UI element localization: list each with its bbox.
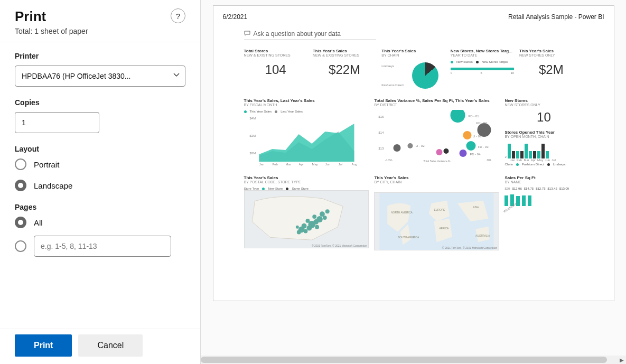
bubble-chart-svg: $15 $14 $13 FD - 01 FD - 02 LI - 03 FD -… xyxy=(374,110,499,163)
chat-icon xyxy=(244,30,250,38)
help-icon: ? xyxy=(176,12,180,21)
tile-title: Sales Per Sq Ft xyxy=(504,175,583,180)
svg-text:FD - 04: FD - 04 xyxy=(470,153,481,156)
cancel-button[interactable]: Cancel xyxy=(78,334,143,357)
svg-text:EUROPE: EUROPE xyxy=(434,209,445,211)
print-options-scroll[interactable]: Printer HPDBAA76 (HP OfficeJet 3830... C… xyxy=(0,42,200,329)
svg-point-22 xyxy=(460,150,467,157)
tile-bubble-chart: Total Sales Variance %, Sales Per Sq Ft,… xyxy=(374,98,499,168)
map-credit: © 2021 TomTom, © 2021 Microsoft Corporat… xyxy=(312,244,367,247)
legend-item: Lindseys xyxy=(553,163,566,166)
print-settings-panel: Print Total: 1 sheet of paper ? Printer … xyxy=(0,0,201,364)
tile-title: New Stores xyxy=(504,98,583,103)
copies-label: Copies xyxy=(15,98,185,107)
pages-all-radio[interactable]: All xyxy=(15,217,185,228)
print-button[interactable]: Print xyxy=(15,334,72,357)
tile-title: Total Stores xyxy=(244,49,307,53)
layout-label: Layout xyxy=(15,145,185,153)
tile-subtitle: BY DISTRICT xyxy=(374,103,499,107)
preview-scroll[interactable]: 6/2/2021 Retail Analysis Sample - Power … xyxy=(201,0,626,356)
pages-all-label: All xyxy=(34,218,43,227)
radio-icon xyxy=(15,158,26,170)
axis-tick: Mar xyxy=(524,158,529,162)
bar-chart-icon xyxy=(451,68,514,70)
svg-text:Jun: Jun xyxy=(325,163,330,166)
svg-point-44 xyxy=(295,226,298,229)
svg-text:LI - 03: LI - 03 xyxy=(473,135,482,138)
preview-doc-title: Retail Analysis Sample - Power BI xyxy=(508,13,604,21)
map-credit: © 2021 TomTom, © 2021 Microsoft Corporat… xyxy=(442,246,498,249)
svg-point-26 xyxy=(408,143,413,148)
legend-item: Lindseys xyxy=(381,64,404,68)
legend-dot-icon xyxy=(275,110,277,113)
legend-item: New Stores Target xyxy=(482,60,508,63)
tile-subtitle: BY CHAIN xyxy=(381,53,445,57)
help-button[interactable]: ? xyxy=(171,8,185,23)
svg-point-36 xyxy=(306,226,312,231)
svg-text:SOUTH AMERICA: SOUTH AMERICA xyxy=(398,236,419,239)
tile-subtitle: NEW STORES ONLY xyxy=(504,103,583,107)
svg-text:Jul: Jul xyxy=(338,163,342,166)
svg-point-40 xyxy=(305,219,310,223)
tile-subtitle: YEAR TO DATE xyxy=(451,53,514,57)
svg-point-28 xyxy=(394,144,401,152)
tile-total-stores: Total Stores NEW & EXISTING STORES 104 xyxy=(244,49,307,91)
legend-dot-icon xyxy=(516,163,519,166)
svg-text:Apr: Apr xyxy=(298,163,303,166)
axis-tick: 5 xyxy=(481,71,482,74)
legend-dot-icon xyxy=(286,188,288,190)
svg-text:Mar: Mar xyxy=(285,163,291,166)
svg-text:Jan: Jan xyxy=(259,163,264,166)
tile-this-year-sales: This Year's Sales NEW & EXISTING STORES … xyxy=(313,49,376,91)
qa-input-row: Ask a question about your data xyxy=(244,30,376,40)
svg-text:$15: $15 xyxy=(379,115,385,118)
tile-subtitle: NEW & EXISTING STORES xyxy=(244,53,307,57)
tile-area-chart: This Year's Sales, Last Year's Sales BY … xyxy=(244,98,369,168)
layout-portrait-radio[interactable]: Portrait xyxy=(15,158,185,170)
tile-title: This Year's Sales, Last Year's Sales xyxy=(244,98,369,103)
pages-range-radio[interactable] xyxy=(15,236,185,257)
printer-select[interactable]: HPDBAA76 (HP OfficeJet 3830... xyxy=(15,66,185,87)
tile-subtitle: BY POSTAL CODE, STORE TYPE xyxy=(244,180,369,184)
tile-title: This Year's Sales xyxy=(381,49,445,53)
tile-sales-by-chain: This Year's Sales BY CHAIN Lindseys Fash… xyxy=(381,49,445,91)
tile-sales-new-only: This Year's Sales NEW STORES ONLY $2M xyxy=(519,49,583,91)
svg-point-47 xyxy=(315,225,319,229)
svg-text:$2M: $2M xyxy=(249,152,256,155)
layout-portrait-label: Portrait xyxy=(34,160,59,169)
preview-date: 6/2/2021 xyxy=(223,13,248,21)
svg-text:Total Sales Variance %: Total Sales Variance % xyxy=(424,160,451,163)
pages-range-input[interactable] xyxy=(34,236,171,257)
tile-value: $2M xyxy=(519,62,583,77)
pie-chart-icon xyxy=(412,62,438,89)
legend-dot-icon xyxy=(547,163,550,166)
map-visual: © 2021 TomTom, © 2021 Microsoft Corporat… xyxy=(244,190,369,248)
copies-input[interactable] xyxy=(15,112,99,133)
horizontal-scrollbar[interactable]: ▶ xyxy=(201,356,626,364)
svg-point-43 xyxy=(301,223,306,229)
axis-tick: Jul xyxy=(552,158,556,162)
svg-point-45 xyxy=(312,214,316,219)
preview-page: 6/2/2021 Retail Analysis Sample - Power … xyxy=(213,5,614,301)
svg-point-18 xyxy=(463,131,472,139)
legend-item: New Stores xyxy=(456,60,473,63)
svg-text:May: May xyxy=(312,163,317,166)
svg-text:-10%: -10% xyxy=(385,158,393,162)
layout-landscape-radio[interactable]: Landscape xyxy=(15,180,185,191)
svg-text:FD - 02: FD - 02 xyxy=(476,122,488,125)
radio-icon xyxy=(15,240,26,252)
tile-title: This Year's Sales xyxy=(374,175,499,180)
svg-text:$14: $14 xyxy=(379,131,385,134)
radio-checked-icon xyxy=(15,217,26,228)
svg-point-42 xyxy=(322,216,326,220)
tile-subtitle: BY FISCAL MONTH xyxy=(244,103,369,107)
legend-dot-icon xyxy=(244,110,247,113)
printer-label: Printer xyxy=(15,52,185,60)
svg-text:AFRICA: AFRICA xyxy=(440,227,450,230)
tile-subtitle: BY CITY, CHAIN xyxy=(374,180,499,184)
tile-value: 104 xyxy=(244,62,307,77)
svg-text:$4M: $4M xyxy=(249,117,256,120)
legend-dot-icon xyxy=(476,61,479,63)
axis-tick: 0 xyxy=(451,71,452,74)
tile-value: 10 xyxy=(504,110,583,125)
